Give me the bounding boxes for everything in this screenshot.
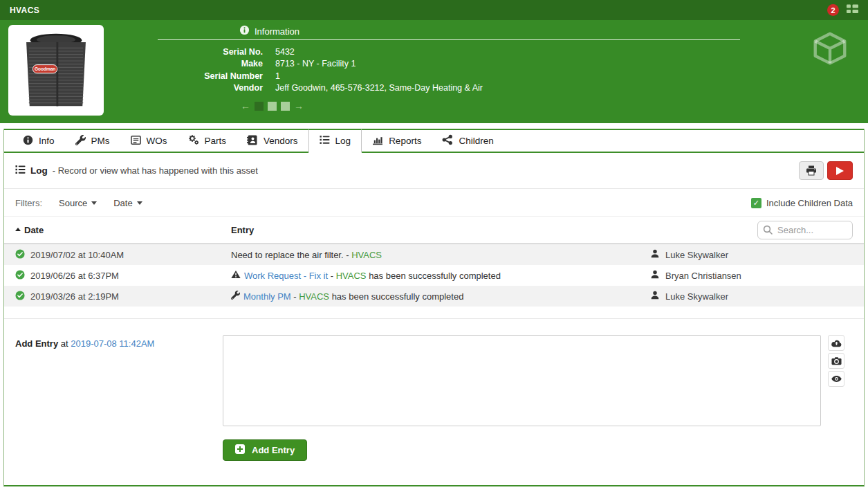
field-value: 5432 [275, 46, 295, 58]
asset-link[interactable]: HVACS [351, 250, 382, 260]
video-help-button[interactable] [827, 161, 853, 180]
user-icon [651, 270, 659, 281]
carousel-prev-icon[interactable]: ← [241, 102, 250, 111]
share-nodes-icon [442, 134, 453, 147]
field-label: Vendor [158, 82, 263, 94]
search-box [757, 221, 853, 239]
preview-eye-button[interactable] [828, 371, 844, 387]
sort-asc-icon [15, 228, 21, 231]
tab-log[interactable]: Log [308, 129, 362, 153]
pm-link[interactable]: Monthly PM [243, 291, 291, 302]
add-entry-title: Add Entry [15, 338, 58, 349]
work-request-link[interactable]: Work Request - Fix it [244, 271, 328, 281]
asset-title-bar: HVACS 2 [0, 0, 868, 20]
info-slide: Information Serial No. 5432 Make 8713 - … [158, 25, 740, 111]
tab-children[interactable]: Children [432, 129, 504, 152]
print-button[interactable] [799, 161, 824, 180]
tab-info[interactable]: Info [12, 129, 65, 152]
warning-icon [231, 270, 244, 281]
include-children-label: Include Children Data [766, 198, 853, 208]
user-icon [651, 249, 659, 260]
source-filter-dropdown[interactable]: Source [59, 198, 97, 208]
log-entry-textarea[interactable] [223, 335, 821, 426]
list-icon [15, 165, 26, 176]
field-label: Make [158, 58, 263, 70]
column-header-date[interactable]: Date [15, 225, 231, 235]
tab-label: Reports [389, 136, 421, 146]
tab-reports[interactable]: Reports [362, 129, 432, 152]
log-entry-text: Need to replace the air filter. - HVACS [231, 250, 651, 260]
log-entry-text: Work Request - Fix it - HVACS has been s… [231, 270, 651, 281]
log-row-user: Bryan Christiansen [651, 270, 853, 281]
log-entry-text: Monthly PM - HVACS has been successfully… [231, 291, 651, 302]
search-icon [763, 225, 773, 237]
tab-bar: Info PMs WOs Parts [4, 129, 864, 153]
asset-photo: Goodman [8, 25, 104, 116]
tab-parts[interactable]: Parts [178, 129, 237, 152]
check-circle-icon [15, 291, 25, 302]
asset-summary: Goodman Information Serial No. 5432 [0, 20, 868, 123]
carousel-page-2[interactable] [268, 102, 277, 111]
tab-label: Children [459, 136, 493, 146]
cogs-icon [188, 134, 199, 147]
asset-link[interactable]: HVACS [336, 271, 367, 281]
field-label: Serial No. [158, 46, 263, 58]
check-circle-icon [15, 270, 25, 282]
info-carousel: ← → [241, 102, 740, 111]
date-filter-label: Date [113, 198, 132, 208]
tab-label: PMs [91, 136, 110, 146]
add-entry-button[interactable]: Add Entry [223, 439, 307, 461]
info-field-row: Serial Number 1 [158, 71, 740, 82]
user-name: Luke Skywalker [665, 291, 728, 302]
include-children-checkbox[interactable]: ✓ [751, 198, 761, 208]
content-panel: Info PMs WOs Parts [3, 129, 865, 486]
notification-badge[interactable]: 2 [827, 4, 839, 16]
add-entry-button-label: Add Entry [252, 445, 295, 455]
entry-separator: - [291, 291, 299, 302]
log-panel-header: Log - Record or view what has happened w… [4, 153, 864, 189]
entry-text: has been successfully completed [329, 291, 463, 302]
play-icon [836, 167, 844, 175]
log-row: 2019/07/02 at 10:40AM Need to replace th… [4, 244, 864, 265]
asset-header: HVACS 2 Goodman [0, 0, 868, 123]
log-row-user: Luke Skywalker [651, 249, 853, 260]
log-table-header: Date Entry [4, 217, 864, 244]
log-date-text: 2019/03/26 at 2:19PM [30, 291, 119, 302]
bar-chart-icon [372, 135, 383, 147]
tab-label: Vendors [264, 136, 298, 146]
field-label: Serial Number [158, 71, 263, 82]
user-name: Luke Skywalker [665, 250, 728, 260]
add-entry-form: Add Entry at 2019-07-08 11:42AM [4, 319, 864, 426]
asset-link[interactable]: HVACS [299, 291, 329, 302]
carousel-next-icon[interactable]: → [294, 102, 304, 111]
tab-vendors[interactable]: Vendors [237, 129, 308, 152]
log-row: 2019/03/26 at 2:19PM Monthly PM - HVACS … [4, 286, 864, 307]
entry-separator: - [328, 271, 336, 281]
tab-label: WOs [147, 136, 167, 146]
grid-view-icon[interactable] [847, 4, 858, 16]
address-book-icon [247, 135, 258, 147]
tab-pms[interactable]: PMs [65, 129, 120, 152]
list-icon [320, 135, 330, 147]
add-entry-at: at [61, 338, 68, 349]
carousel-page-1[interactable] [255, 102, 264, 111]
info-field-row: Vendor Jeff Goodwin, 465-576-3212, Same-… [158, 82, 740, 94]
carousel-page-3[interactable] [281, 102, 290, 111]
log-date-text: 2019/06/26 at 6:37PM [30, 271, 119, 281]
upload-file-button[interactable] [828, 335, 844, 351]
date-filter-dropdown[interactable]: Date [113, 198, 142, 208]
entry-timestamp-link[interactable]: 2019-07-08 11:42AM [71, 338, 154, 349]
filters-bar: Filters: Source Date ✓ Include Children … [4, 189, 864, 217]
check-circle-icon [15, 249, 25, 261]
source-filter-label: Source [59, 198, 87, 208]
chevron-down-icon [91, 201, 97, 205]
tab-wos[interactable]: WOs [120, 129, 178, 152]
camera-button[interactable] [828, 353, 844, 369]
entry-text: Need to replace the air filter. - [231, 250, 351, 260]
info-circle-icon [23, 135, 33, 147]
log-date-text: 2019/07/02 at 10:40AM [30, 250, 124, 260]
add-entry-label: Add Entry at 2019-07-08 11:42AM [15, 335, 223, 426]
user-icon [651, 291, 659, 302]
tab-label: Log [335, 136, 351, 146]
wrench-icon [75, 135, 86, 147]
